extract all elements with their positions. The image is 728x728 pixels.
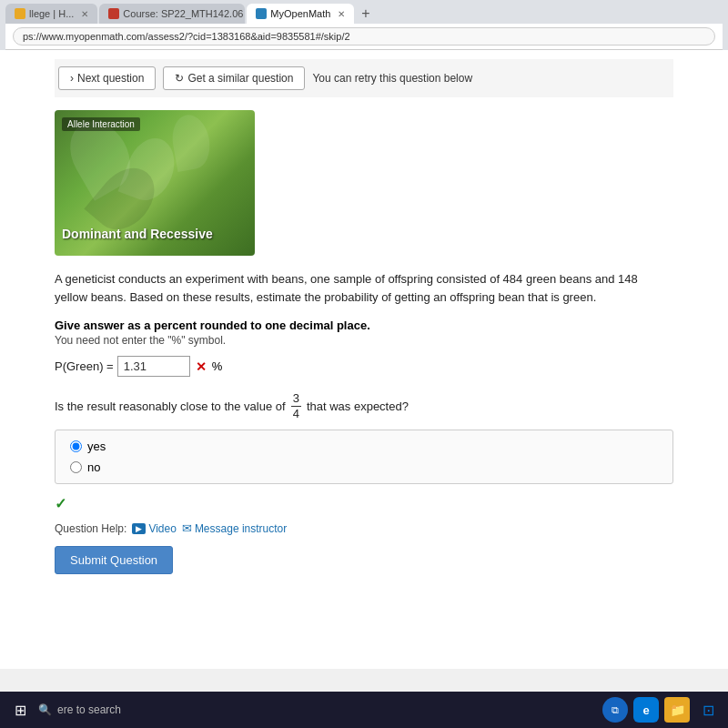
video-icon: ▶ <box>132 523 146 534</box>
checkmark-indicator: ✓ <box>55 495 673 512</box>
similar-question-button[interactable]: ↻ Get a similar question <box>163 66 305 90</box>
radio-yes[interactable] <box>70 440 82 452</box>
search-icon: 🔍 <box>38 703 52 716</box>
similar-question-label: Get a similar question <box>187 72 293 85</box>
tab-bar: llege | H... ✕ Course: SP22_MTH142.06 - … <box>5 4 723 24</box>
browser-chrome: llege | H... ✕ Course: SP22_MTH142.06 - … <box>0 0 728 50</box>
windows-start-icon[interactable]: ⊞ <box>7 697 33 723</box>
chevron-right-icon: › <box>70 72 74 85</box>
instruction-normal: You need not enter the "%" symbol. <box>55 334 673 347</box>
allele-image: Allele Interaction Dominant and Recessiv… <box>55 110 255 256</box>
question-help-row: Question Help: ▶ Video ✉ Message instruc… <box>55 521 673 535</box>
tab-3-close[interactable]: ✕ <box>338 9 345 19</box>
question-help-label: Question Help: <box>55 522 126 535</box>
video-link[interactable]: ▶ Video <box>132 522 176 535</box>
address-bar-row: ps://www.myopenmath.com/assess2/?cid=138… <box>5 24 723 50</box>
fraction-denominator: 4 <box>291 407 301 421</box>
retry-text: You can retry this question below <box>312 72 472 85</box>
radio-box: yes no <box>55 430 673 484</box>
radio-option-no[interactable]: no <box>70 460 658 474</box>
message-instructor-link[interactable]: ✉ Message instructor <box>182 521 287 535</box>
message-instructor-label: Message instructor <box>195 522 287 535</box>
store-icon-symbol: ⊡ <box>703 702 714 719</box>
new-tab-button[interactable]: + <box>356 4 375 24</box>
radio-yes-label[interactable]: yes <box>87 440 106 453</box>
refresh-icon: ↻ <box>175 72 184 85</box>
search-placeholder: ere to search <box>57 703 121 716</box>
radio-no[interactable] <box>70 461 82 473</box>
image-overlay-bottom: Dominant and Recessive <box>62 227 213 241</box>
fraction-numerator: 3 <box>291 391 301 407</box>
tab-1-close[interactable]: ✕ <box>81 9 88 19</box>
p-green-label: P(Green) = <box>55 359 114 373</box>
video-label: Video <box>148 522 176 535</box>
image-overlay-top: Allele Interaction <box>62 117 140 131</box>
tab-1[interactable]: llege | H... ✕ <box>5 4 97 24</box>
tab-1-label: llege | H... <box>29 8 74 19</box>
instruction-bold: Give answer as a percent rounded to one … <box>55 318 673 332</box>
problem-text: A geneticist conducts an experiment with… <box>55 270 673 306</box>
taskbar-search: 🔍 ere to search <box>38 703 597 716</box>
folder-icon[interactable]: 📁 <box>664 697 690 723</box>
tab-1-icon <box>15 8 25 19</box>
edge-browser-icon[interactable]: e <box>633 697 659 723</box>
p-green-row: P(Green) = ✕ % <box>55 356 673 377</box>
leaf-3 <box>168 112 214 172</box>
radio-option-yes[interactable]: yes <box>70 440 658 453</box>
taskview-label: ⧉ <box>612 704 619 716</box>
tab-3[interactable]: MyOpenMath ✕ <box>247 4 354 24</box>
radio-no-label[interactable]: no <box>87 460 100 474</box>
tab-3-label: MyOpenMath <box>270 8 330 19</box>
store-icon[interactable]: ⊡ <box>695 697 721 723</box>
fraction-question-post: that was expected? <box>307 399 409 413</box>
address-bar[interactable]: ps://www.myopenmath.com/assess2/?cid=138… <box>13 27 715 46</box>
top-bar: › Next question ↻ Get a similar question… <box>55 59 673 97</box>
page-content: › Next question ↻ Get a similar question… <box>0 50 728 669</box>
input-error-icon: ✕ <box>196 359 207 374</box>
mail-icon: ✉ <box>182 521 192 535</box>
next-question-label: Next question <box>77 72 144 85</box>
fraction-display: 3 4 <box>291 391 301 420</box>
percent-symbol: % <box>212 359 223 373</box>
tab-2-icon <box>108 8 119 19</box>
taskview-icon[interactable]: ⧉ <box>602 697 628 723</box>
image-background: Allele Interaction Dominant and Recessiv… <box>55 110 255 256</box>
fraction-question: Is the result reasonably close to the va… <box>55 391 673 420</box>
tab-2[interactable]: Course: SP22_MTH142.06 - Statis... ✕ <box>99 4 245 24</box>
next-question-button[interactable]: › Next question <box>58 66 156 90</box>
tab-3-icon <box>256 8 267 19</box>
tab-2-label: Course: SP22_MTH142.06 - Statis... <box>123 8 245 19</box>
p-green-input[interactable] <box>117 356 190 377</box>
submit-question-button[interactable]: Submit Question <box>55 546 173 574</box>
page-wrapper: llege | H... ✕ Course: SP22_MTH142.06 - … <box>0 0 728 669</box>
fraction-question-pre: Is the result reasonably close to the va… <box>55 399 286 413</box>
taskbar: ⊞ 🔍 ere to search ⧉ e 📁 ⊡ <box>0 692 728 728</box>
